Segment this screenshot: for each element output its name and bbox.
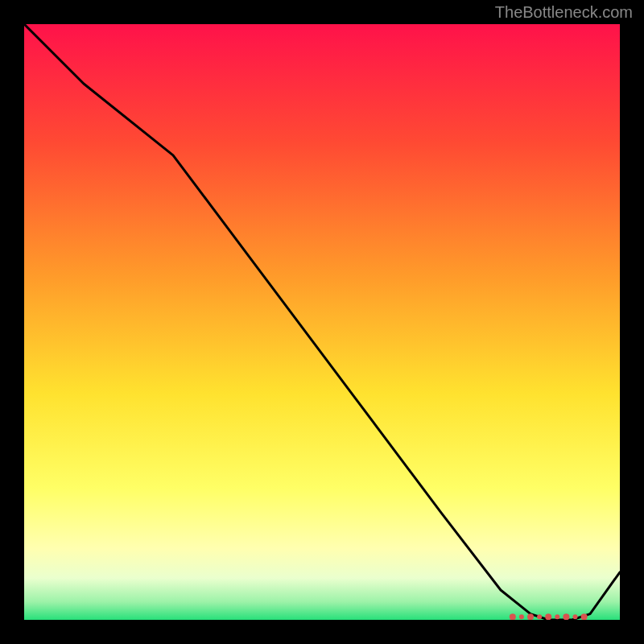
gradient-background <box>24 24 620 620</box>
svg-rect-0 <box>24 24 620 620</box>
plot-frame <box>24 24 620 620</box>
watermark-text: TheBottleneck.com <box>495 3 633 22</box>
